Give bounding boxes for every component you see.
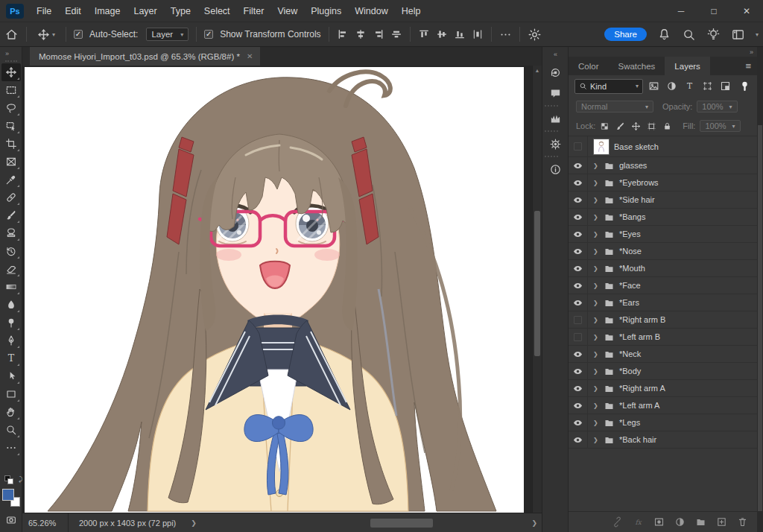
- layer-visibility-eye-icon[interactable]: [569, 431, 588, 448]
- trash-icon[interactable]: [737, 516, 748, 528]
- layer-name[interactable]: *Nose: [619, 247, 642, 256]
- filter-pixel-layer-icon[interactable]: [648, 80, 659, 92]
- align-bottom-icon[interactable]: [454, 28, 466, 40]
- right-edge-scrollbar[interactable]: [757, 47, 763, 532]
- info-panel-icon[interactable]: [545, 159, 566, 179]
- layer-name[interactable]: Base sketch: [614, 142, 659, 151]
- fx-icon[interactable]: fx: [633, 516, 644, 528]
- layer-name[interactable]: *Right arm B: [619, 315, 665, 324]
- lock-checker-icon[interactable]: [600, 121, 610, 131]
- workspace-settings-gear-icon[interactable]: [528, 28, 542, 42]
- current-tool-chip[interactable]: ▾: [34, 27, 58, 42]
- align-right-icon[interactable]: [373, 28, 384, 40]
- menu-help[interactable]: Help: [395, 3, 428, 19]
- opacity-value[interactable]: 100%▾: [697, 101, 737, 113]
- expand-chevron-icon[interactable]: ❯: [593, 162, 599, 169]
- filter-smart-object-icon[interactable]: [720, 80, 731, 92]
- notifications-bell-icon[interactable]: [657, 28, 671, 42]
- layer-visibility-off[interactable]: [569, 136, 588, 156]
- link-icon[interactable]: [612, 516, 623, 528]
- expand-chevron-icon[interactable]: ❯: [593, 300, 599, 306]
- layer-visibility-eye-icon[interactable]: [569, 260, 588, 276]
- panel-collapse-icon[interactable]: »: [750, 48, 757, 56]
- layer-visibility-eye-icon[interactable]: [569, 380, 588, 396]
- gradient-tool[interactable]: [1, 278, 21, 296]
- quick-mask-button[interactable]: [1, 511, 21, 529]
- zoom-level[interactable]: 65.26%: [22, 513, 69, 532]
- align-top-icon[interactable]: [418, 28, 430, 40]
- rectangular-marquee-tool[interactable]: [1, 81, 21, 99]
- expand-chevron-icon[interactable]: ❯: [593, 334, 599, 341]
- horizontal-scrollbar[interactable]: [201, 513, 528, 532]
- object-selection-tool[interactable]: [1, 117, 21, 135]
- workspace-switcher-icon[interactable]: [731, 28, 745, 42]
- lock-brush-icon[interactable]: [615, 121, 625, 131]
- layer-name[interactable]: *Legs: [619, 418, 640, 427]
- fill-value[interactable]: 100%▾: [700, 120, 740, 132]
- zoom-tool[interactable]: [1, 421, 21, 439]
- layer-visibility-eye-icon[interactable]: [569, 363, 588, 379]
- brush-tool[interactable]: [1, 206, 21, 224]
- eraser-tool[interactable]: [1, 260, 21, 278]
- share-button[interactable]: Share: [604, 28, 647, 41]
- layer-row[interactable]: ❯*Legs: [569, 414, 757, 431]
- expand-chevron-icon[interactable]: ❯: [593, 385, 599, 392]
- panel-menu-icon[interactable]: ≡: [739, 57, 757, 75]
- menu-view[interactable]: View: [270, 3, 304, 19]
- edit-toolbar-tool[interactable]: [1, 439, 21, 457]
- menu-plugins[interactable]: Plugins: [304, 3, 348, 19]
- close-button[interactable]: ✕: [730, 0, 763, 22]
- layer-visibility-eye-icon[interactable]: [569, 346, 588, 362]
- expand-chevron-icon[interactable]: ❯: [593, 351, 599, 358]
- crop-tool[interactable]: [1, 135, 21, 153]
- layer-filter-kind-dropdown[interactable]: Kind ▾: [574, 79, 643, 94]
- menu-filter[interactable]: Filter: [237, 3, 271, 19]
- clone-stamp-tool[interactable]: [1, 224, 21, 242]
- tab-close-icon[interactable]: ✕: [247, 52, 253, 60]
- layer-name[interactable]: *Eyebrows: [619, 178, 659, 187]
- canvas[interactable]: [22, 66, 532, 513]
- discover-bulb-icon[interactable]: [706, 28, 721, 42]
- menu-file[interactable]: File: [30, 3, 58, 19]
- layer-row[interactable]: ❯*Body: [569, 363, 757, 380]
- menu-image[interactable]: Image: [88, 3, 127, 19]
- dock-expand-icon[interactable]: «: [554, 47, 557, 61]
- layer-row[interactable]: ❯*Left arm B: [569, 329, 757, 346]
- layer-row[interactable]: ❯*Eyes: [569, 226, 757, 243]
- comments-panel-icon[interactable]: [545, 83, 566, 103]
- layer-row[interactable]: ❯*Back hair: [569, 431, 757, 449]
- home-icon[interactable]: [4, 28, 19, 42]
- lock-artboard-icon[interactable]: [647, 121, 656, 131]
- hand-tool[interactable]: [1, 403, 21, 421]
- path-selection-tool[interactable]: [1, 367, 21, 385]
- menu-select[interactable]: Select: [197, 3, 237, 19]
- layer-row[interactable]: ❯*Nose: [569, 243, 757, 260]
- lasso-tool[interactable]: [1, 99, 21, 117]
- layer-name[interactable]: *Left arm A: [619, 401, 659, 410]
- layer-name[interactable]: *Back hair: [619, 435, 656, 444]
- spot-healing-tool[interactable]: [1, 189, 21, 206]
- toolbar-expand-icon[interactable]: »: [0, 48, 8, 57]
- layer-name[interactable]: *Mouth: [619, 264, 645, 273]
- expand-chevron-icon[interactable]: ❯: [593, 214, 599, 221]
- eyedropper-tool[interactable]: [1, 171, 21, 189]
- history-brush-tool[interactable]: [1, 242, 21, 260]
- align-center-h-icon[interactable]: [355, 28, 367, 40]
- vertical-scrollbar[interactable]: ▲: [532, 66, 542, 513]
- layer-name[interactable]: *Neck: [619, 349, 641, 358]
- dist-h-icon[interactable]: [472, 28, 484, 40]
- frame-tool[interactable]: [1, 153, 21, 171]
- menu-edit[interactable]: Edit: [58, 3, 88, 19]
- right-edge-scrollbar-thumb[interactable]: [758, 125, 762, 511]
- layer-row[interactable]: ❯*Eyebrows: [569, 174, 757, 191]
- filter-shape-icon[interactable]: [702, 80, 713, 92]
- adjustment-icon[interactable]: [674, 516, 686, 528]
- maximize-button[interactable]: □: [697, 0, 730, 22]
- layer-name[interactable]: *Ears: [619, 298, 639, 307]
- expand-chevron-icon[interactable]: ❯: [593, 437, 599, 443]
- menu-window[interactable]: Window: [348, 3, 394, 19]
- align-left-icon[interactable]: [337, 28, 349, 40]
- layer-visibility-eye-icon[interactable]: [569, 294, 588, 311]
- layer-row[interactable]: ❯glasses: [569, 157, 757, 174]
- search-icon[interactable]: [682, 28, 696, 42]
